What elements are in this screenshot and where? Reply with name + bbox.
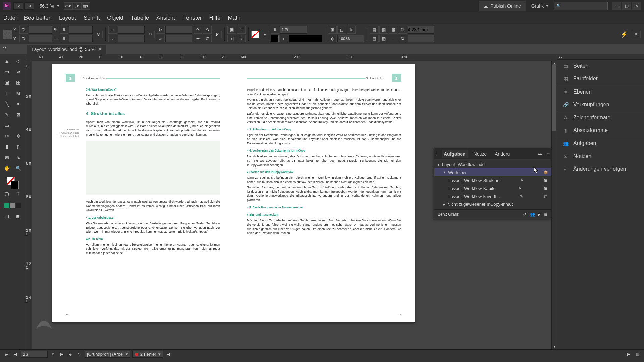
view-options-icon[interactable]: ▭▾ xyxy=(64,2,72,10)
gap-input[interactable] xyxy=(408,26,434,34)
fill-stroke-box[interactable] xyxy=(7,177,19,189)
menu-bearbeiten[interactable]: Bearbeiten xyxy=(24,15,52,21)
workspace-dropdown[interactable]: Grafik ▼ xyxy=(531,3,549,9)
rectangle-tool[interactable]: ▭ xyxy=(2,121,12,130)
new-assignment-icon[interactable]: 👥 xyxy=(530,212,535,217)
tab-notizen[interactable]: Notize xyxy=(472,150,489,158)
minimize-button[interactable]: ─ xyxy=(612,2,621,10)
vertical-scrollbar[interactable]: ▴ ▾ xyxy=(551,61,557,349)
page-spread[interactable]: 1 Der ideale Workflow 3.6. Was kann InCo… xyxy=(52,64,415,322)
collapse-arrow-icon[interactable]: ◂◂ xyxy=(3,46,6,49)
stroke-style-dd[interactable] xyxy=(289,35,322,42)
prev-obj-icon[interactable]: ◁ xyxy=(227,35,236,42)
scale-y-icon[interactable]: ↕ xyxy=(108,35,117,42)
apply-color-icon[interactable] xyxy=(4,203,9,208)
menu-ansicht[interactable]: Ansicht xyxy=(156,15,175,21)
preview-view-icon[interactable]: ▣ xyxy=(13,211,23,221)
arrange-icon[interactable]: ▦▾ xyxy=(81,2,90,10)
page-right[interactable]: 1 Struktur ist alles Projekte und seine … xyxy=(233,64,415,322)
fill-swatch[interactable] xyxy=(251,31,259,38)
page-left[interactable]: 1 Der ideale Workflow 3.6. Was kann InCo… xyxy=(52,64,233,322)
flip-h-icon[interactable]: ⇋ xyxy=(194,35,202,42)
constrain-icon[interactable]: ⚲ xyxy=(94,31,103,38)
line-tool[interactable]: ╲ xyxy=(2,99,12,109)
stroke-weight-stepper[interactable]: ⇅ xyxy=(271,26,279,34)
scale-x-dd[interactable] xyxy=(118,26,145,34)
type-path-tool[interactable]: М xyxy=(13,88,23,98)
frame-tool[interactable]: ⊠ xyxy=(13,110,23,119)
x-input[interactable] xyxy=(29,26,52,34)
panel-verknuepfungen[interactable]: 🔗Verknüpfungen xyxy=(557,98,644,111)
gradient-swatch-tool[interactable]: ▮ xyxy=(2,142,12,152)
prev-page-button[interactable]: ◀ xyxy=(12,351,19,358)
apply-none-icon[interactable] xyxy=(16,203,21,208)
scroll-down-icon[interactable]: ▾ xyxy=(552,344,557,349)
scissors-tool[interactable]: ✂ xyxy=(2,131,12,141)
content-placer-tool[interactable]: ▦ xyxy=(13,78,23,87)
w-input[interactable] xyxy=(69,26,93,34)
close-button[interactable]: ✕ xyxy=(632,2,641,10)
disclosure-triangle-icon[interactable]: ▶ xyxy=(443,203,445,206)
menu-layout[interactable]: Layout xyxy=(59,15,76,21)
gradient-feather-tool[interactable]: ▯ xyxy=(13,142,23,152)
scale-x-icon[interactable]: ↔ xyxy=(108,26,117,34)
preflight-errors[interactable]: 2 Fehler▾ xyxy=(132,351,163,358)
apply-gradient-icon[interactable] xyxy=(10,203,15,208)
scale-y-dd[interactable] xyxy=(118,35,145,42)
publish-online-button[interactable]: ☁ Publish Online xyxy=(479,1,526,11)
hand-tool[interactable]: ✋ xyxy=(2,164,12,173)
fill-arrow-icon[interactable]: ▸ xyxy=(261,31,269,38)
h-input[interactable] xyxy=(69,35,93,42)
wrap-next-icon[interactable]: ▦ xyxy=(379,35,388,42)
tab-aenderungen[interactable]: Änderu xyxy=(493,150,512,158)
stepper-icon[interactable]: ⇅ xyxy=(19,26,28,34)
formatting-text-icon[interactable]: T xyxy=(13,189,23,198)
menu-schrift[interactable]: Schrift xyxy=(84,15,100,21)
corner-icon[interactable]: ◻ xyxy=(389,35,397,42)
stroke-arrow-icon[interactable]: ▸ xyxy=(279,35,288,42)
edit-icon[interactable]: ✎ xyxy=(519,194,524,199)
align-stepper[interactable]: ⇅ xyxy=(398,35,407,42)
p-icon[interactable]: P xyxy=(213,31,222,38)
container-select-icon[interactable]: ▣ xyxy=(227,26,236,34)
goto-icon[interactable]: ▸ xyxy=(538,212,540,217)
panel-seiten[interactable]: ▤Seiten xyxy=(557,60,644,72)
search-input[interactable]: 🔍 xyxy=(554,2,608,10)
fx-icon[interactable]: fx xyxy=(347,26,356,34)
split-view-icon[interactable]: ▥ xyxy=(634,351,641,358)
gap-stepper[interactable]: ⇅ xyxy=(398,26,407,34)
stroke-color[interactable] xyxy=(11,181,19,189)
rotate-dd[interactable] xyxy=(165,26,192,34)
rotate-cw-icon[interactable]: ⟳ xyxy=(194,26,202,34)
wrap-bound-icon[interactable]: ▦ xyxy=(379,26,388,34)
panel-aufgaben[interactable]: 👥Aufgaben xyxy=(557,137,644,150)
panel-absatzformate[interactable]: ¶Absatzformate xyxy=(557,124,644,137)
panel-zeichenformate[interactable]: AZeichenformate xyxy=(557,111,644,124)
edit-icon[interactable]: ✎ xyxy=(517,186,523,191)
flip-v-icon[interactable]: ⇵ xyxy=(203,35,212,42)
rotate-ccw-icon[interactable]: ⟲ xyxy=(203,26,212,34)
open-nav-icon[interactable]: ⊕ xyxy=(76,351,83,358)
formatting-container-icon[interactable]: ▢ xyxy=(2,189,12,198)
preflight-profile-dd[interactable]: [Grundprofil] (Arbei▾ xyxy=(85,351,130,358)
gap-tool[interactable]: ⇹ xyxy=(13,67,23,76)
h-scroll-right[interactable]: ▶ xyxy=(625,351,632,358)
reference-point-grid[interactable] xyxy=(3,30,12,39)
close-tab-icon[interactable]: ✕ xyxy=(98,47,102,52)
zoom-tool[interactable]: 🔍 xyxy=(13,164,23,173)
panel-aenderungen[interactable]: ✓Änderungen verfolgen xyxy=(557,163,644,175)
page-tool[interactable]: ▭ xyxy=(2,67,12,76)
pen-tool[interactable]: ✒ xyxy=(13,99,23,109)
maximize-button[interactable]: ▢ xyxy=(622,2,631,10)
menu-tabelle[interactable]: Tabelle xyxy=(131,15,149,21)
stepper-icon[interactable]: ⇅ xyxy=(60,35,68,42)
assignments-panel[interactable]: ⁞ Aufgaben Notize Änderu ▸▸ ≡ ▼ Layout_W… xyxy=(434,148,551,219)
stroke-weight-dd[interactable]: 1 Pt xyxy=(280,26,307,34)
wrap-jump-icon[interactable]: ▦ xyxy=(370,35,379,42)
panel-menu-icon[interactable]: ≡ xyxy=(546,151,549,157)
vertical-ruler[interactable]: 0 2 0 4 0 6 0 8 0 1 0 0 1 2 0 1 4 0 xyxy=(25,61,32,349)
panel-menu-icon[interactable]: ≡ xyxy=(632,31,641,38)
direct-select-tool[interactable]: ◁ xyxy=(13,56,23,66)
frame-fit-icon[interactable]: ◻ xyxy=(337,26,346,34)
stepper-icon[interactable]: ⇅ xyxy=(19,35,28,42)
